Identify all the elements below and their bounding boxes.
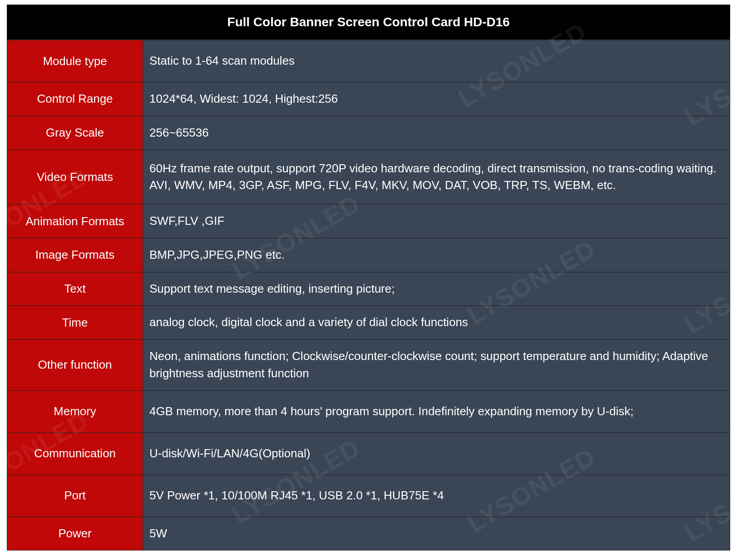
spec-value: U-disk/Wi-Fi/LAN/4G(Optional) bbox=[143, 433, 730, 475]
spec-row-text: Text Support text message editing, inser… bbox=[7, 272, 730, 306]
spec-value: 256~65536 bbox=[143, 116, 730, 150]
spec-value: Static to 1-64 scan modules bbox=[143, 40, 730, 82]
spec-value: 5W bbox=[143, 517, 730, 551]
spec-row-memory: Memory 4GB memory, more than 4 hours' pr… bbox=[7, 390, 730, 432]
spec-value: analog clock, digital clock and a variet… bbox=[143, 306, 730, 339]
spec-label: Port bbox=[7, 475, 143, 517]
spec-row-gray-scale: Gray Scale 256~65536 bbox=[7, 116, 730, 150]
spec-row-time: Time analog clock, digital clock and a v… bbox=[7, 305, 730, 339]
spec-label: Animation Formats bbox=[7, 204, 143, 238]
spec-value: BMP,JPG,JPEG,PNG etc. bbox=[143, 238, 730, 272]
spec-row-communication: Communication U-disk/Wi-Fi/LAN/4G(Option… bbox=[7, 432, 730, 475]
spec-value: SWF,FLV ,GIF bbox=[143, 204, 730, 238]
spec-label: Time bbox=[7, 306, 143, 339]
spec-row-port: Port 5V Power *1, 10/100M RJ45 *1, USB 2… bbox=[7, 475, 730, 517]
spec-row-video-formats: Video Formats 60Hz frame rate output, su… bbox=[7, 149, 730, 204]
spec-value: 5V Power *1, 10/100M RJ45 *1, USB 2.0 *1… bbox=[143, 475, 730, 517]
spec-row-control-range: Control Range 1024*64, Widest: 1024, Hig… bbox=[7, 82, 730, 116]
spec-row-image-formats: Image Formats BMP,JPG,JPEG,PNG etc. bbox=[7, 238, 730, 272]
spec-value: 1024*64, Widest: 1024, Highest:256 bbox=[143, 82, 730, 116]
spec-label: Control Range bbox=[7, 82, 143, 116]
spec-value: 60Hz frame rate output, support 720P vid… bbox=[143, 150, 730, 204]
spec-row-other-function: Other function Neon, animations function… bbox=[7, 339, 730, 390]
spec-row-animation-formats: Animation Formats SWF,FLV ,GIF bbox=[7, 204, 730, 238]
spec-label: Video Formats bbox=[7, 150, 143, 204]
spec-label: Memory bbox=[7, 391, 143, 432]
spec-row-power: Power 5W bbox=[7, 517, 730, 551]
spec-label: Power bbox=[7, 517, 143, 551]
spec-row-module-type: Module type Static to 1-64 scan modules bbox=[7, 40, 730, 82]
spec-table: LYSONLED LYSONLED LYSONLED LYSONLED LYSO… bbox=[7, 5, 730, 551]
spec-label: Module type bbox=[7, 40, 143, 82]
spec-value: 4GB memory, more than 4 hours' program s… bbox=[143, 391, 730, 432]
spec-value: Neon, animations function; Clockwise/cou… bbox=[143, 340, 730, 390]
spec-label: Communication bbox=[7, 433, 143, 475]
table-title: Full Color Banner Screen Control Card HD… bbox=[7, 5, 730, 40]
spec-value: Support text message editing, inserting … bbox=[143, 272, 730, 306]
spec-label: Other function bbox=[7, 340, 143, 390]
spec-label: Gray Scale bbox=[7, 116, 143, 150]
spec-label: Image Formats bbox=[7, 238, 143, 272]
spec-label: Text bbox=[7, 272, 143, 306]
